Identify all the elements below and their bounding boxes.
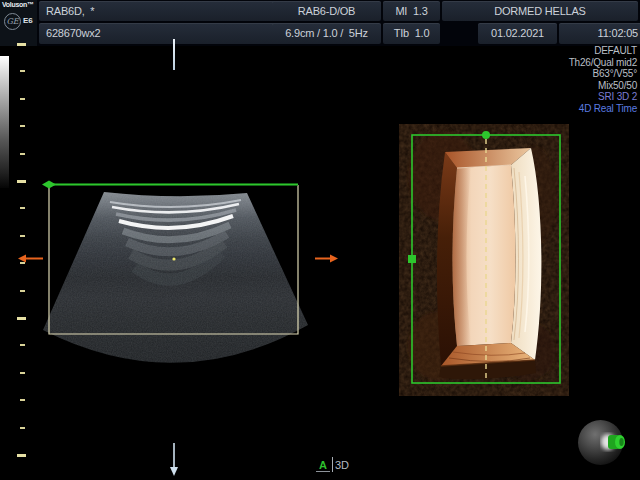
render-3d-viewport[interactable] [393,116,579,406]
bmode-fan [30,180,330,410]
active-image-marker: A [316,459,330,472]
probe-preset-field: RAB6-D/OB [272,1,381,21]
ruler-tick [17,43,26,46]
probe-center-marker-top [173,39,175,70]
thermal-quality-label: Th26/Qual mid2 [569,57,637,69]
orientation-sphere-knob [600,430,630,454]
preset-label: DEFAULT [569,45,637,57]
mi-index-field: MI 1.3 [383,1,440,21]
render-object [437,148,541,379]
image-mode-label: A 3D [316,457,349,472]
roi-width-arrow-left[interactable] [18,255,43,263]
focus-dot [172,257,175,260]
bmode-image-viewport[interactable] [10,150,350,412]
volume-angle-label: B63°/V55° [569,68,637,80]
mode-label: 4D Real Time [569,103,637,115]
ti-index-field: TIb 1.0 [383,23,440,44]
render-box-top-handle[interactable] [482,131,490,139]
probe-center-marker-bottom [166,443,182,477]
date-field: 01.02.2021 [478,23,557,44]
ruler-tick [20,98,25,100]
time-field: 11:02:05 [559,23,640,44]
facility-field: DORMED HELLAS [442,1,638,21]
patient-name-field: RAB6D, * [39,1,277,21]
label-divider [332,457,333,472]
ruler-tick [17,454,26,457]
roi-width-arrow-right[interactable] [315,255,338,263]
mode-3d-label: 3D [335,459,349,472]
ultrasound-screen: Voluson™ GE E6 RAB6D, * RAB6-D/OB MI 1.3… [0,0,640,480]
render-box-side-handle[interactable] [408,255,416,263]
mix-label: Mix50/50 [569,80,637,92]
ruler-tick [20,70,25,72]
ruler-tick [20,427,25,429]
acquisition-settings-panel: DEFAULT Th26/Qual mid2 B63°/V55° Mix50/5… [569,45,637,114]
ruler-tick [20,125,25,127]
acq-params-field: 6.9cm / 1.0 / 5Hz [272,23,381,44]
top-status-bar: Voluson™ GE E6 RAB6D, * RAB6-D/OB MI 1.3… [0,0,640,46]
sri-label: SRI 3D 2 [569,91,637,103]
roi-corner-handle[interactable] [42,181,56,189]
patient-id-field: 628670wx2 [39,23,277,44]
